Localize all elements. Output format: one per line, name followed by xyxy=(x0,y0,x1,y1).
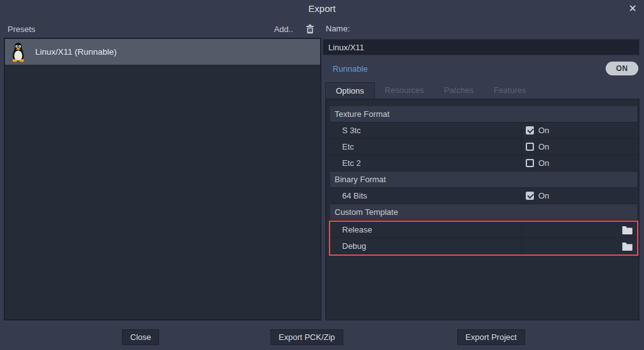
section-header-custom-template: Custom Template xyxy=(330,204,637,221)
name-input[interactable]: Linux/X11 xyxy=(323,39,640,55)
close-icon[interactable]: ✕ xyxy=(625,1,640,16)
option-label: Etc 2 xyxy=(330,155,521,171)
runnable-row: Runnable ON xyxy=(323,60,640,77)
folder-icon[interactable] xyxy=(622,242,633,251)
checkbox-value-label: On xyxy=(538,142,549,151)
presets-list: Linux/X11 (Runnable) xyxy=(4,38,321,320)
name-input-value: Linux/X11 xyxy=(328,43,364,52)
checkbox-value-label: On xyxy=(538,191,549,200)
tab-features[interactable]: Features xyxy=(484,82,536,99)
option-row-etc: Etc On xyxy=(330,139,637,155)
release-template-field[interactable] xyxy=(521,222,637,238)
close-button[interactable]: Close xyxy=(122,329,159,345)
option-label: 64 Bits xyxy=(330,188,521,204)
runnable-toggle[interactable]: ON xyxy=(606,62,638,75)
option-label: S 3tc xyxy=(330,123,521,138)
option-row-release: Release xyxy=(330,222,637,238)
options-panel: Texture Format S 3tc On Etc On Etc 2 On … xyxy=(325,99,640,320)
add-preset-button[interactable]: Add.. xyxy=(274,25,293,34)
presets-header: Presets Add.. xyxy=(8,23,318,35)
etc2-checkbox[interactable] xyxy=(526,159,534,167)
checkbox-value-label: On xyxy=(538,158,549,168)
etc-checkbox[interactable] xyxy=(526,143,534,151)
runnable-label: Runnable xyxy=(333,64,368,74)
option-label: Release xyxy=(330,222,521,238)
option-label: Debug xyxy=(330,238,521,254)
debug-template-field[interactable] xyxy=(521,238,637,254)
custom-template-error-highlight: Release Debug xyxy=(329,221,638,256)
export-tabs: Options Resources Patches Features xyxy=(325,82,536,99)
trash-icon xyxy=(305,24,315,34)
option-row-s3tc: S 3tc On xyxy=(330,123,637,139)
title-bar: Export ✕ xyxy=(0,0,644,18)
export-project-button[interactable]: Export Project xyxy=(457,329,525,345)
s3tc-checkbox[interactable] xyxy=(526,126,534,134)
section-header-binary-format: Binary Format xyxy=(330,172,637,188)
page-title: Export xyxy=(308,3,335,14)
folder-icon[interactable] xyxy=(622,226,633,234)
option-label: Etc xyxy=(330,139,521,155)
name-label: Name: xyxy=(326,24,350,33)
preset-item-linux-x11[interactable]: Linux/X11 (Runnable) xyxy=(5,39,320,65)
tab-resources[interactable]: Resources xyxy=(375,82,434,99)
presets-label: Presets xyxy=(8,25,35,34)
options-tree: Texture Format S 3tc On Etc On Etc 2 On … xyxy=(330,106,637,256)
linux-tux-icon xyxy=(10,42,26,62)
option-row-etc2: Etc 2 On xyxy=(330,155,637,172)
tab-patches[interactable]: Patches xyxy=(434,82,484,99)
checkbox-value-label: On xyxy=(538,126,549,135)
tab-options[interactable]: Options xyxy=(325,82,375,99)
section-header-texture-format: Texture Format xyxy=(330,106,637,123)
runnable-toggle-state: ON xyxy=(616,64,628,73)
option-row-64bits: 64 Bits On xyxy=(330,188,637,204)
64bits-checkbox[interactable] xyxy=(526,192,534,200)
delete-preset-icon[interactable] xyxy=(304,23,316,35)
option-row-debug: Debug xyxy=(330,238,637,254)
export-pck-zip-button[interactable]: Export PCK/Zip xyxy=(270,329,343,345)
preset-item-label: Linux/X11 (Runnable) xyxy=(35,47,117,57)
